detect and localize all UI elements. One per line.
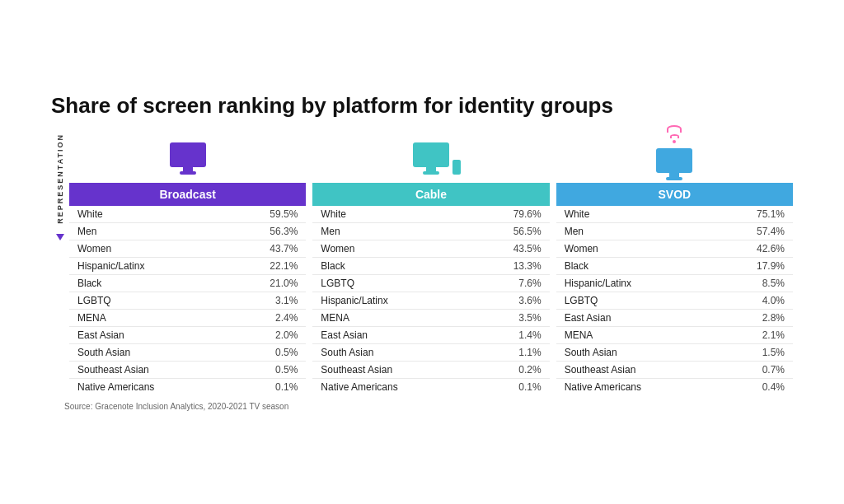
table-row: Southeast Asian 0.5% [69,362,306,379]
cable-icon-area [413,133,449,183]
row-label: Men [556,223,717,240]
row-label: MENA [556,327,717,344]
row-value: 2.0% [230,327,307,344]
row-label: East Asian [556,310,717,327]
table-row: Black 17.9% [556,258,793,275]
row-label: Southeast Asian [69,362,230,379]
row-label: Black [556,258,717,275]
table-row: East Asian 2.8% [556,310,793,327]
row-value: 0.5% [230,344,307,362]
table-row: Southeast Asian 0.2% [312,362,549,379]
row-label: South Asian [69,344,230,362]
cable-header-row: Cable [312,183,549,206]
cable-block: Cable White 79.6% Men 56.5% Women 43.5% … [312,133,549,395]
broadcast-icon-area [170,133,206,183]
row-label: South Asian [556,344,717,362]
table-row: LGBTQ 3.1% [69,292,306,310]
svod-tv-icon [656,137,692,180]
row-value: 13.3% [473,258,550,275]
row-value: 0.2% [473,362,550,379]
y-axis-arrow [56,234,64,240]
row-label: Women [312,240,473,258]
table-row: Southeast Asian 0.7% [556,362,793,379]
table-row: Native Americans 0.4% [556,379,793,396]
table-row: Men 56.5% [312,223,549,240]
svod-block: SVOD White 75.1% Men 57.4% Women 42.6% B… [556,133,793,395]
wifi-dot [673,140,676,143]
table-row: South Asian 1.1% [312,344,549,362]
row-label: Southeast Asian [556,362,717,379]
row-label: Native Americans [69,379,230,396]
broadcast-header: Broadcast [69,183,306,206]
row-label: Southeast Asian [312,362,473,379]
row-value: 1.1% [473,344,550,362]
row-label: Men [312,223,473,240]
row-label: East Asian [312,327,473,344]
row-value: 2.4% [230,310,307,327]
source-text: Source: Gracenote Inclusion Analytics, 2… [64,402,793,411]
row-value: 43.5% [473,240,550,258]
table-row: Native Americans 0.1% [69,379,306,396]
row-label: LGBTQ [69,292,230,310]
main-container: Share of screen ranking by platform for … [26,77,818,427]
row-value: 0.1% [230,379,307,396]
row-label: LGBTQ [556,292,717,310]
broadcast-block: Broadcast White 59.5% Men 56.3% Women 43… [69,133,306,395]
row-value: 0.4% [716,379,793,396]
table-row: White 75.1% [556,206,793,223]
row-value: 56.3% [230,223,307,240]
table-row: Native Americans 0.1% [312,379,549,396]
row-label: Black [312,258,473,275]
table-row: Women 43.7% [69,240,306,258]
broadcast-tv-icon [170,142,206,175]
row-value: 3.1% [230,292,307,310]
table-row: MENA 3.5% [312,310,549,327]
row-label: White [69,206,230,223]
row-label: Hispanic/Latinx [312,292,473,310]
table-row: LGBTQ 7.6% [312,275,549,292]
table-row: Black 21.0% [69,275,306,292]
row-label: Women [556,240,717,258]
table-row: MENA 2.1% [556,327,793,344]
row-value: 1.4% [473,327,550,344]
y-axis-wrapper: REPRESENTATION [51,133,69,240]
cable-tv-icon [413,142,449,175]
row-value: 42.6% [716,240,793,258]
row-label: White [556,206,717,223]
row-value: 7.6% [473,275,550,292]
row-value: 3.6% [473,292,550,310]
row-value: 22.1% [230,258,307,275]
page-title: Share of screen ranking by platform for … [51,93,793,119]
row-value: 8.5% [716,275,793,292]
row-label: MENA [312,310,473,327]
row-value: 57.4% [716,223,793,240]
row-value: 3.5% [473,310,550,327]
row-value: 0.1% [473,379,550,396]
tables-wrapper: Broadcast White 59.5% Men 56.3% Women 43… [69,133,793,395]
table-row: Men 56.3% [69,223,306,240]
row-label: Women [69,240,230,258]
row-label: Native Americans [312,379,473,396]
row-label: Native Americans [556,379,717,396]
table-row: LGBTQ 4.0% [556,292,793,310]
row-value: 59.5% [230,206,307,223]
wifi-arc-large [667,125,682,133]
row-label: MENA [69,310,230,327]
row-value: 2.1% [716,327,793,344]
table-row: Black 13.3% [312,258,549,275]
table-row: Women 43.5% [312,240,549,258]
cable-header: Cable [312,183,549,206]
row-value: 56.5% [473,223,550,240]
table-row: East Asian 1.4% [312,327,549,344]
row-label: Black [69,275,230,292]
row-label: Hispanic/Latinx [556,275,717,292]
row-label: Hispanic/Latinx [69,258,230,275]
row-value: 17.9% [716,258,793,275]
table-row: White 59.5% [69,206,306,223]
broadcast-header-row: Broadcast [69,183,306,206]
row-value: 4.0% [716,292,793,310]
cable-table: Cable White 79.6% Men 56.5% Women 43.5% … [312,183,549,395]
table-row: South Asian 0.5% [69,344,306,362]
row-label: Men [69,223,230,240]
svod-header-row: SVOD [556,183,793,206]
